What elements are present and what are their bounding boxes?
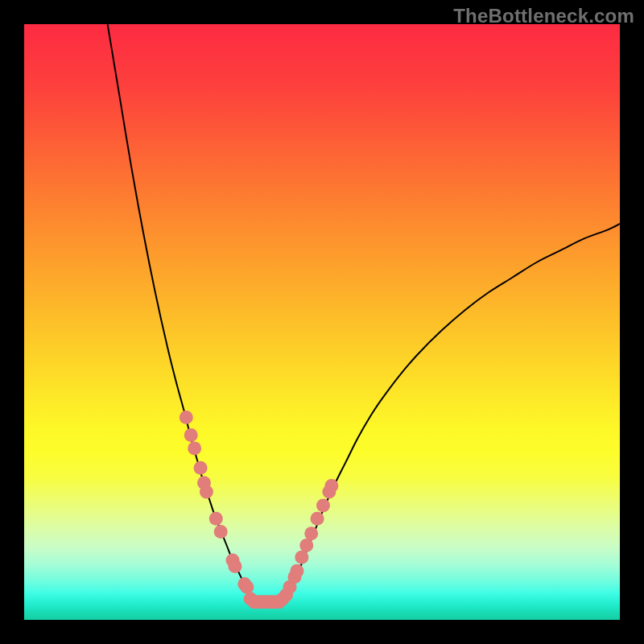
scatter-point: [214, 525, 228, 539]
scatter-point: [188, 441, 201, 455]
scatter-markers: [180, 411, 339, 609]
scatter-point: [228, 559, 242, 573]
chart-overlay: [24, 24, 620, 620]
scatter-point: [180, 411, 193, 424]
curve-right-branch: [280, 224, 620, 602]
scatter-point: [316, 498, 330, 512]
scatter-point: [240, 580, 254, 594]
curve-left-branch: [108, 24, 257, 602]
scatter-point: [194, 461, 208, 475]
scatter-point: [304, 526, 318, 540]
scatter-point: [311, 512, 324, 526]
scatter-point: [295, 551, 308, 564]
scatter-point: [324, 479, 338, 493]
watermark-text: TheBottleneck.com: [453, 5, 634, 27]
scatter-point: [184, 428, 198, 442]
scatter-point: [209, 512, 223, 526]
scatter-point: [200, 485, 213, 498]
scatter-point: [299, 539, 313, 552]
scatter-point: [290, 564, 303, 578]
